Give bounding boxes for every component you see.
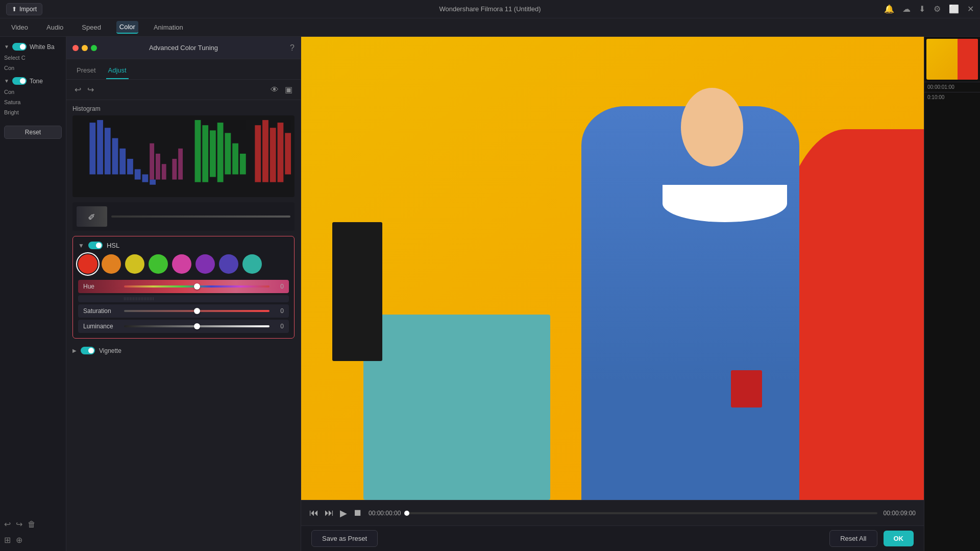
copy-icon[interactable]: ⊞	[4, 535, 11, 545]
saturation-value: 0	[274, 307, 284, 315]
progress-thumb	[404, 511, 409, 516]
forward-icon[interactable]: ↪	[87, 85, 94, 94]
stop-button[interactable]: ⏹	[353, 508, 362, 518]
close-button[interactable]	[72, 45, 79, 51]
vignette-expand-icon[interactable]: ▶	[72, 348, 77, 353]
svg-rect-23	[162, 164, 166, 179]
progress-track[interactable]	[407, 512, 877, 514]
menu-animation[interactable]: Animation	[151, 21, 186, 33]
current-time: 00:00:00:00	[369, 510, 401, 517]
hsl-expand-icon[interactable]: ▼	[78, 242, 84, 249]
svg-rect-21	[150, 143, 154, 180]
hue-slider-row: Hue 0	[78, 280, 289, 293]
eye-icon[interactable]: 👁	[271, 85, 279, 94]
color-circle-purple[interactable]	[195, 254, 215, 274]
left-bottom-icons: ↩ ↪ 🗑 ⊞ ⊕	[4, 519, 62, 545]
video-cyan-shape	[363, 315, 550, 500]
svg-rect-24	[172, 159, 177, 180]
menu-audio[interactable]: Audio	[43, 21, 66, 33]
step-back-button[interactable]: ⏭	[325, 508, 334, 518]
left-panel: ▼ White Ba Select C Con ▼ Tone Con Satur…	[0, 37, 66, 551]
timeline-thumb-1	[926, 39, 978, 80]
white-balance-label: White Ba	[30, 43, 55, 51]
right-actions: Reset All OK	[829, 530, 914, 547]
vignette-toggle[interactable]	[81, 347, 95, 354]
svg-rect-25	[178, 149, 183, 180]
vignette-label: Vignette	[99, 347, 121, 354]
panel-title: Advanced Color Tuning	[149, 44, 218, 52]
white-balance-row: ▼ White Ba	[4, 43, 62, 51]
menu-speed[interactable]: Speed	[79, 21, 104, 33]
white-balance-expand-icon[interactable]: ▼	[4, 44, 9, 50]
compare-icon[interactable]: ▣	[285, 85, 292, 94]
skip-back-button[interactable]: ⏮	[309, 508, 318, 518]
reset-all-button[interactable]: Reset All	[829, 530, 877, 547]
color-circle-orange[interactable]	[102, 254, 121, 274]
total-time: 00:00:09:00	[884, 510, 916, 517]
svg-rect-3	[112, 138, 118, 175]
hsl-label: HSL	[107, 242, 119, 249]
panel-tabs: Preset Adjust	[66, 59, 301, 80]
help-icon[interactable]: ?	[290, 43, 295, 53]
undo-icon[interactable]: ↩	[4, 519, 11, 529]
brush-preview: ✏	[77, 206, 107, 227]
saturation-slider[interactable]	[124, 310, 270, 312]
luminance-label: Luminance	[83, 323, 120, 330]
tone-label: Tone	[30, 78, 43, 85]
contrast-label: Con	[4, 89, 62, 95]
redo-icon[interactable]: ↪	[16, 519, 22, 529]
svg-rect-22	[156, 154, 160, 180]
color-circle-yellow[interactable]	[125, 254, 144, 274]
hsl-toggle[interactable]	[88, 242, 103, 249]
color-circle-pink[interactable]	[172, 254, 191, 274]
import-button[interactable]: ⬆ Import	[6, 3, 42, 15]
svg-rect-18	[270, 128, 276, 182]
tone-toggle[interactable]	[12, 77, 27, 85]
top-bar-right: 🔔 ☁ ⬇ ⚙ ⬜ ✕	[884, 4, 974, 14]
white-balance-section: ▼ White Ba Select C Con	[4, 43, 62, 71]
reset-button[interactable]: Reset	[4, 126, 62, 139]
vignette-section: ▶ Vignette	[72, 344, 295, 357]
svg-rect-2	[105, 128, 111, 174]
cloud-icon[interactable]: ☁	[902, 4, 911, 14]
settings-icon[interactable]: ⚙	[934, 4, 941, 14]
person-head	[681, 88, 743, 166]
minimize-button[interactable]	[82, 45, 88, 51]
ok-button[interactable]: OK	[884, 531, 914, 546]
menu-video[interactable]: Video	[8, 21, 31, 33]
back-icon[interactable]: ↩	[75, 85, 81, 94]
white-balance-toggle[interactable]	[12, 43, 27, 51]
play-button[interactable]: ▶	[340, 508, 347, 519]
hsl-section: ▼ HSL Hue	[72, 236, 295, 339]
color-circle-red[interactable]	[78, 254, 97, 274]
tab-adjust[interactable]: Adjust	[106, 63, 129, 79]
video-preview	[301, 37, 924, 500]
color-circle-blue-purple[interactable]	[219, 254, 238, 274]
download-icon[interactable]: ⬇	[919, 4, 925, 14]
hue-value: 0	[274, 283, 284, 290]
tab-preset[interactable]: Preset	[75, 63, 98, 79]
hue-slider[interactable]	[124, 285, 270, 288]
window-icon[interactable]: ⬜	[949, 4, 959, 14]
tone-expand-icon[interactable]: ▼	[4, 78, 9, 84]
delete-icon[interactable]: 🗑	[28, 520, 36, 529]
paste-icon[interactable]: ⊕	[16, 535, 22, 545]
menu-color[interactable]: Color	[116, 21, 138, 34]
window-controls	[72, 45, 97, 51]
maximize-button[interactable]	[91, 45, 97, 51]
luminance-slider[interactable]	[124, 325, 270, 327]
color-circle-teal[interactable]	[242, 254, 262, 274]
brightness-label: Bright	[4, 109, 62, 115]
svg-rect-13	[225, 133, 231, 174]
svg-rect-20	[285, 133, 291, 174]
close-icon[interactable]: ✕	[967, 4, 974, 14]
app-title: Wondershare Filmora 11 (Untitled)	[439, 5, 541, 13]
timeline-time-2: 0:10:00	[924, 92, 980, 102]
person-collar	[663, 185, 787, 222]
svg-rect-16	[255, 125, 261, 182]
color-circle-green[interactable]	[149, 254, 168, 274]
menu-bar: Video Audio Speed Color Animation	[0, 18, 980, 37]
notifications-icon[interactable]: 🔔	[884, 4, 894, 14]
tone-row: ▼ Tone	[4, 77, 62, 85]
save-preset-button[interactable]: Save as Preset	[311, 530, 378, 547]
